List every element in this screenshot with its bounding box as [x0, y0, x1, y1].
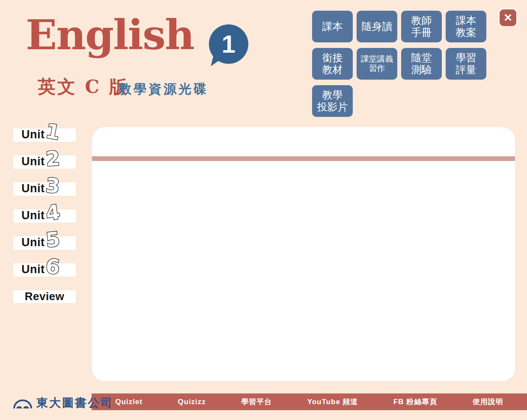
- panel-divider: [92, 156, 515, 161]
- resource-button-pocket-reader[interactable]: 隨身讀: [357, 11, 397, 42]
- app-logo-wordmark: English: [26, 15, 194, 56]
- footer-link-fb-fan-page[interactable]: FB 粉絲專頁: [393, 397, 437, 407]
- resource-button-textbook[interactable]: 課本: [312, 11, 353, 42]
- footer-link-quizizz[interactable]: Quizizz: [178, 398, 206, 406]
- resource-button-teacher-manual[interactable]: 教師 手冊: [401, 11, 442, 42]
- resource-button-quizzes[interactable]: 隨堂 測驗: [401, 48, 442, 80]
- sidebar-item-unit-4[interactable]: Unit 4: [13, 209, 76, 223]
- close-button[interactable]: ✕: [498, 8, 518, 27]
- publisher-logo: 東大圖書公司: [13, 394, 113, 411]
- footer-link-youtube-channel[interactable]: YouTube 頻道: [307, 397, 358, 407]
- resource-button-grid: 課本 隨身讀 教師 手冊 課本 教案 銜接 教材 課堂講義 習作 隨堂 測驗 學…: [312, 11, 486, 117]
- unit-sidebar: Unit 1 Unit 2 Unit 3 Unit 4 Unit 5 Unit …: [13, 128, 76, 303]
- content-panel: [92, 127, 515, 381]
- resource-button-assessment[interactable]: 學習 評量: [446, 48, 486, 80]
- sidebar-item-review[interactable]: Review: [13, 290, 76, 303]
- unit-5-number: 5: [45, 229, 61, 250]
- publisher-name: 東大圖書公司: [36, 397, 113, 408]
- unit-3-number: 3: [45, 175, 61, 197]
- footer-link-bar: Quizlet Quizizz 學習平台 YouTube 頻道 FB 粉絲專頁 …: [92, 393, 527, 410]
- footer-link-quizlet[interactable]: Quizlet: [115, 398, 143, 406]
- resource-button-lesson-plans[interactable]: 課本 教案: [446, 11, 486, 42]
- volume-badge: 1: [209, 24, 248, 64]
- unit-4-number: 4: [45, 202, 61, 223]
- unit-6-number: 6: [45, 256, 61, 277]
- unit-2-number: 2: [45, 148, 60, 169]
- resource-button-teaching-slides[interactable]: 教學 投影片: [312, 85, 353, 117]
- volume-number: 1: [222, 32, 235, 57]
- resource-button-handout-workbook[interactable]: 課堂講義 習作: [357, 48, 397, 80]
- footer-link-user-guide[interactable]: 使用說明: [473, 397, 503, 407]
- footer-link-learning-platform[interactable]: 學習平台: [241, 397, 272, 407]
- unit-1-number: 1: [44, 121, 61, 143]
- edition-label: 英文 C 版: [38, 78, 129, 96]
- sidebar-item-unit-2[interactable]: Unit 2: [13, 155, 76, 169]
- disc-subtitle: 教學資源光碟: [119, 83, 208, 95]
- close-icon: ✕: [503, 12, 512, 23]
- sidebar-item-unit-5[interactable]: Unit 5: [13, 236, 76, 250]
- sidebar-item-unit-3[interactable]: Unit 3: [13, 182, 76, 196]
- sidebar-item-unit-1[interactable]: Unit 1: [13, 128, 76, 142]
- resource-button-bridging-materials[interactable]: 銜接 教材: [312, 48, 353, 80]
- publisher-arch-icon: [13, 396, 33, 409]
- sidebar-item-unit-6[interactable]: Unit 6: [13, 263, 76, 277]
